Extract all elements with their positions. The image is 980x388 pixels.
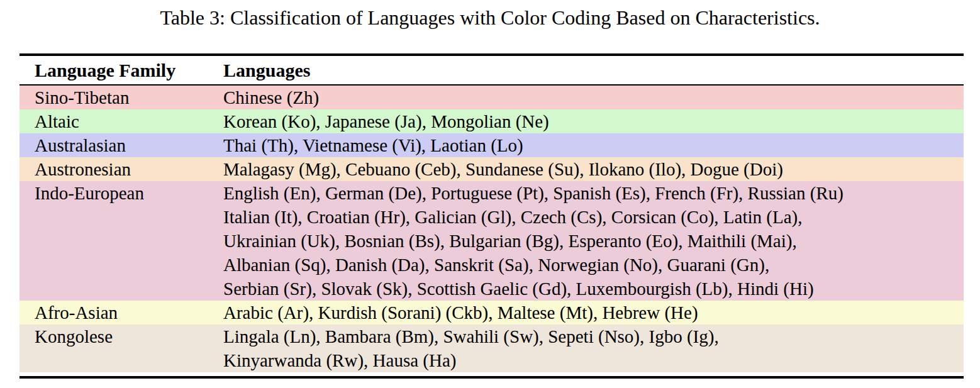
table-row-afro-asian: Afro-Asian Arabic (Ar), Kurdish (Sorani)… — [19, 301, 964, 324]
languages-cell: Chinese (Zh) — [223, 86, 964, 109]
language-family-cell: Kongolese — [19, 324, 223, 372]
language-list-line: Ukrainian (Uk), Bosnian (Bs), Bulgarian … — [223, 229, 959, 253]
language-list-line: English (En), German (De), Portuguese (P… — [223, 181, 959, 205]
language-family-cell: Australasian — [19, 133, 223, 157]
language-list-line: Albanian (Sq), Danish (Da), Sanskrit (Sa… — [223, 253, 959, 277]
table-row-australasian: Australasian Thai (Th), Vietnamese (Vi),… — [19, 133, 964, 157]
column-header-language-family: Language Family — [19, 58, 223, 82]
language-family-cell: Afro-Asian — [19, 301, 223, 324]
table-row-indo-european: Indo-European English (En), German (De),… — [19, 181, 964, 301]
languages-cell: Arabic (Ar), Kurdish (Sorani) (Ckb), Mal… — [223, 301, 964, 324]
language-family-cell: Austronesian — [19, 157, 223, 181]
column-header-languages: Languages — [223, 58, 964, 82]
language-family-cell: Indo-European — [19, 181, 223, 301]
table-bottom-rule — [19, 376, 964, 379]
languages-cell: Malagasy (Mg), Cebuano (Ceb), Sundanese … — [223, 157, 964, 181]
languages-cell: Thai (Th), Vietnamese (Vi), Laotian (Lo) — [223, 133, 964, 157]
language-list-line: Arabic (Ar), Kurdish (Sorani) (Ckb), Mal… — [223, 301, 959, 324]
table-header-row: Language Family Languages — [19, 56, 964, 84]
languages-cell: Lingala (Ln), Bambara (Bm), Swahili (Sw)… — [223, 324, 964, 372]
table-row-sino-tibetan: Sino-Tibetan Chinese (Zh) — [19, 86, 964, 109]
language-family-cell: Sino-Tibetan — [19, 86, 223, 109]
table-caption: Table 3: Classification of Languages wit… — [0, 0, 980, 30]
table-row-austronesian: Austronesian Malagasy (Mg), Cebuano (Ceb… — [19, 157, 964, 181]
language-family-cell: Altaic — [19, 109, 223, 133]
language-list-line: Italian (It), Croatian (Hr), Galician (G… — [223, 205, 959, 229]
table-body: Sino-Tibetan Chinese (Zh) Altaic Korean … — [19, 86, 964, 372]
language-list-line: Malagasy (Mg), Cebuano (Ceb), Sundanese … — [223, 157, 959, 181]
language-list-line: Chinese (Zh) — [223, 86, 959, 109]
language-list-line: Korean (Ko), Japanese (Ja), Mongolian (N… — [223, 109, 959, 133]
language-list-line: Kinyarwanda (Rw), Hausa (Ha) — [223, 348, 959, 372]
language-classification-table: Language Family Languages Sino-Tibetan C… — [19, 53, 964, 379]
languages-cell: Korean (Ko), Japanese (Ja), Mongolian (N… — [223, 109, 964, 133]
language-list-line: Serbian (Sr), Slovak (Sk), Scottish Gael… — [223, 277, 959, 301]
table-row-kongolese: Kongolese Lingala (Ln), Bambara (Bm), Sw… — [19, 324, 964, 372]
table-row-altaic: Altaic Korean (Ko), Japanese (Ja), Mongo… — [19, 109, 964, 133]
language-list-line: Thai (Th), Vietnamese (Vi), Laotian (Lo) — [223, 133, 959, 157]
language-list-line: Lingala (Ln), Bambara (Bm), Swahili (Sw)… — [223, 324, 959, 348]
languages-cell: English (En), German (De), Portuguese (P… — [223, 181, 964, 301]
